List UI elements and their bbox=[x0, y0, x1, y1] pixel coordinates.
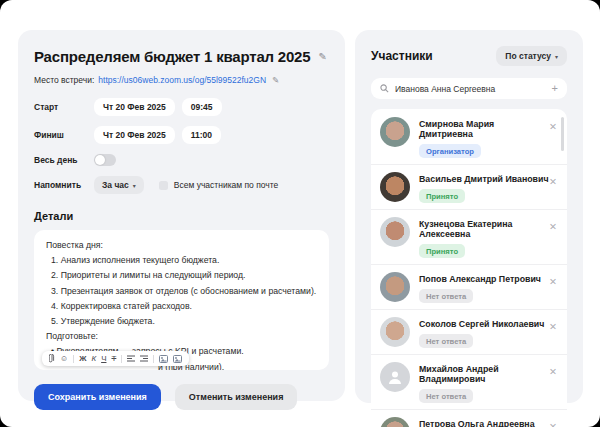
search-icon bbox=[380, 84, 389, 93]
participant-row: Кузнецова Екатерина Алексеевна Принято ✕ bbox=[371, 210, 567, 265]
event-title: Распределяем бюджет 1 квартал 2025 bbox=[34, 48, 310, 65]
avatar bbox=[380, 272, 410, 302]
image-icon[interactable] bbox=[173, 355, 182, 363]
status-filter-select[interactable]: По статусу ▾ bbox=[496, 46, 567, 66]
start-time-field[interactable]: 09:45 bbox=[182, 98, 222, 116]
participant-list: Смирнова Мария Дмитриевна Организатор ✕ … bbox=[371, 109, 567, 427]
all-day-row: Весь день bbox=[34, 154, 329, 166]
participant-row: Михайлов Андрей Владимирович Нет ответа … bbox=[371, 355, 567, 410]
avatar bbox=[380, 172, 410, 202]
participant-row: Петрова Ольга Андреевна Отклонено ✕ bbox=[371, 410, 567, 427]
participant-row: Васильев Дмитрий Иванович Принято ✕ bbox=[371, 165, 567, 210]
remind-row: Напомнить За час ▾ Всем участникам по по… bbox=[34, 176, 329, 194]
chevron-down-icon: ▾ bbox=[555, 53, 558, 60]
notify-all-checkbox[interactable] bbox=[159, 181, 168, 190]
details-line: 5. Утверждение бюджета. bbox=[46, 314, 317, 329]
remove-participant-icon[interactable]: ✕ bbox=[549, 421, 557, 427]
start-label: Старт bbox=[34, 102, 94, 112]
edit-title-icon[interactable]: ✎ bbox=[318, 51, 326, 62]
italic-button[interactable]: К bbox=[91, 355, 96, 363]
app-window: Распределяем бюджет 1 квартал 2025 ✎ Мес… bbox=[0, 0, 600, 427]
participant-search: + bbox=[371, 78, 567, 99]
emoji-icon[interactable]: ☺ bbox=[60, 355, 68, 363]
participant-name: Васильев Дмитрий Иванович bbox=[419, 174, 549, 184]
toolbar-divider bbox=[121, 355, 122, 363]
details-heading: Детали bbox=[34, 210, 329, 222]
paperclip-icon[interactable] bbox=[49, 354, 55, 363]
remind-value: За час bbox=[102, 180, 129, 190]
save-button[interactable]: Сохранить изменения bbox=[34, 384, 161, 410]
details-line: Подготовьте: bbox=[46, 329, 317, 344]
event-editor-panel: Распределяем бюджет 1 квартал 2025 ✎ Мес… bbox=[18, 30, 345, 401]
details-line: 2. Приоритеты и лимиты на следующий пери… bbox=[46, 268, 317, 283]
location-row: Место встречи: https://us06web.zoom.us/o… bbox=[34, 75, 329, 85]
cancel-button[interactable]: Отменить изменения bbox=[175, 384, 298, 410]
participant-info: Попов Александр Петрович Нет ответа bbox=[419, 272, 549, 303]
participant-info: Смирнова Мария Дмитриевна Организатор bbox=[419, 117, 549, 158]
align-right-icon[interactable] bbox=[140, 355, 148, 362]
participant-info: Васильев Дмитрий Иванович Принято bbox=[419, 172, 549, 203]
end-date-field[interactable]: Чт 20 Фев 2025 bbox=[94, 126, 175, 144]
toolbar-divider bbox=[73, 355, 74, 363]
participant-row: Смирнова Мария Дмитриевна Организатор ✕ bbox=[371, 110, 567, 165]
datetime-fields: Старт Чт 20 Фев 2025 09:45 Финиш Чт 20 Ф… bbox=[34, 98, 329, 194]
details-line: 1. Анализ исполнения текущего бюджета. bbox=[46, 253, 317, 268]
details-editor[interactable]: Повестка дня: 1. Анализ исполнения текущ… bbox=[34, 230, 329, 370]
participants-panel: Участники По статусу ▾ + bbox=[355, 30, 583, 403]
start-row: Старт Чт 20 Фев 2025 09:45 bbox=[34, 98, 329, 116]
strikethrough-button[interactable]: Ŧ bbox=[111, 355, 116, 363]
remove-participant-icon[interactable]: ✕ bbox=[549, 366, 557, 377]
status-badge: Принято bbox=[419, 244, 465, 258]
status-badge: Нет ответа bbox=[419, 289, 473, 303]
add-participant-button[interactable]: + bbox=[552, 83, 558, 94]
participant-info: Петрова Ольга Андреевна Отклонено bbox=[419, 417, 549, 427]
end-row: Финиш Чт 20 Фев 2025 11:00 bbox=[34, 126, 329, 144]
participants-title: Участники bbox=[371, 49, 433, 63]
remove-participant-icon[interactable]: ✕ bbox=[549, 276, 557, 287]
participant-info: Михайлов Андрей Владимирович Нет ответа bbox=[419, 362, 549, 403]
participant-name: Михайлов Андрей Владимирович bbox=[419, 364, 549, 384]
chevron-down-icon: ▾ bbox=[133, 182, 136, 189]
participant-name: Петрова Ольга Андреевна bbox=[419, 419, 549, 427]
participant-name: Смирнова Мария Дмитриевна bbox=[419, 119, 549, 139]
remind-select[interactable]: За час ▾ bbox=[94, 176, 144, 194]
remove-participant-icon[interactable]: ✕ bbox=[549, 176, 557, 187]
meeting-link[interactable]: https://us06web.zoom.us/og/55l99522fu2GN bbox=[98, 75, 266, 85]
details-line: 3. Презентация заявок от отделов (с обос… bbox=[46, 284, 317, 299]
end-label: Финиш bbox=[34, 130, 94, 140]
participant-name: Попов Александр Петрович bbox=[419, 274, 549, 284]
image-icon[interactable] bbox=[159, 355, 168, 363]
avatar bbox=[380, 117, 410, 147]
avatar bbox=[380, 217, 410, 247]
participant-info: Кузнецова Екатерина Алексеевна Принято bbox=[419, 217, 549, 258]
participant-name: Кузнецова Екатерина Алексеевна bbox=[419, 219, 549, 239]
remove-participant-icon[interactable]: ✕ bbox=[549, 221, 557, 232]
person-placeholder-icon bbox=[387, 369, 403, 385]
underline-button[interactable]: Ч bbox=[101, 355, 106, 363]
align-left-icon[interactable] bbox=[127, 355, 135, 362]
status-badge: Нет ответа bbox=[419, 389, 473, 403]
end-time-field[interactable]: 11:00 bbox=[182, 126, 221, 144]
avatar bbox=[380, 362, 410, 392]
search-input[interactable] bbox=[395, 84, 546, 94]
participant-row: Попов Александр Петрович Нет ответа ✕ bbox=[371, 265, 567, 310]
location-label: Место встречи: bbox=[34, 75, 94, 85]
list-scrollbar[interactable] bbox=[561, 117, 564, 151]
remove-participant-icon[interactable]: ✕ bbox=[549, 121, 557, 132]
status-badge: Нет ответа bbox=[419, 334, 473, 348]
editor-toolbar: ☺ЖКЧŦ bbox=[42, 351, 189, 366]
title-row: Распределяем бюджет 1 квартал 2025 ✎ bbox=[34, 48, 329, 65]
toolbar-divider bbox=[153, 355, 154, 363]
participant-info: Соколов Сергей Николаевич Нет ответа bbox=[419, 317, 549, 348]
details-line: 4. Корректировка статей расходов. bbox=[46, 299, 317, 314]
remind-label: Напомнить bbox=[34, 180, 94, 190]
all-day-toggle[interactable] bbox=[94, 154, 116, 166]
remove-participant-icon[interactable]: ✕ bbox=[549, 321, 557, 332]
avatar bbox=[380, 417, 410, 427]
status-badge: Принято bbox=[419, 189, 465, 203]
details-line: Повестка дня: bbox=[46, 238, 317, 253]
edit-link-icon[interactable]: ✎ bbox=[272, 75, 279, 85]
participant-row: Соколов Сергей Николаевич Нет ответа ✕ bbox=[371, 310, 567, 355]
start-date-field[interactable]: Чт 20 Фев 2025 bbox=[94, 98, 175, 116]
bold-button[interactable]: Ж bbox=[79, 355, 86, 363]
